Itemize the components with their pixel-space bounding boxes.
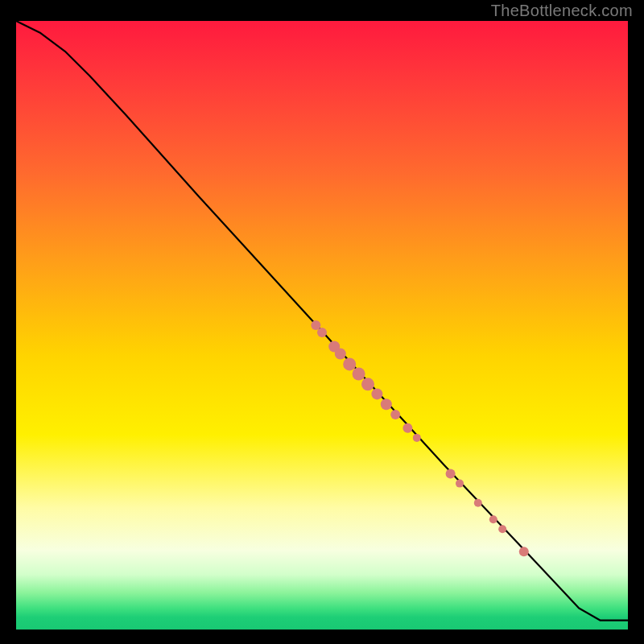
data-dot (498, 525, 506, 533)
chart-svg (16, 21, 628, 630)
data-dot (456, 480, 464, 488)
data-dot (361, 378, 374, 390)
data-dot (335, 349, 346, 360)
data-dot (390, 410, 400, 419)
data-dot (402, 423, 412, 433)
data-dot (343, 357, 356, 370)
data-dot (413, 434, 421, 442)
data-dot (474, 499, 482, 507)
data-dot (489, 515, 497, 523)
watermark-text: TheBottleneck.com (491, 2, 633, 20)
data-dot (317, 328, 327, 337)
data-dots (311, 320, 528, 556)
data-dot (371, 388, 382, 399)
data-dot (381, 398, 392, 410)
plot-area (16, 21, 628, 630)
chart-stage: TheBottleneck.com (0, 0, 644, 644)
data-dot (446, 469, 456, 479)
data-dot (519, 547, 529, 556)
performance-curve (16, 21, 628, 621)
data-dot (353, 368, 365, 381)
